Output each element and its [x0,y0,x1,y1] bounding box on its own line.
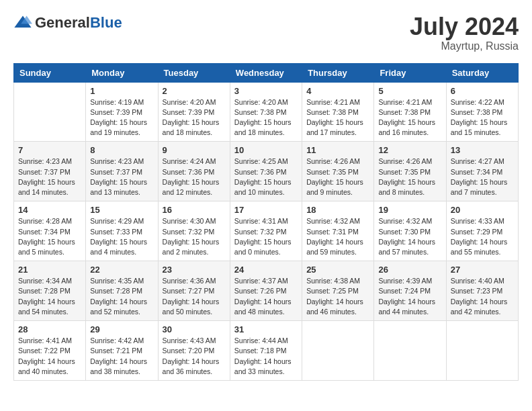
day-info: Sunrise: 4:32 AM Sunset: 7:30 PM Dayligh… [378,216,441,257]
day-number: 30 [163,324,226,334]
calendar-cell: 31Sunrise: 4:44 AM Sunset: 7:18 PM Dayli… [230,321,302,381]
day-info: Sunrise: 4:20 AM Sunset: 7:39 PM Dayligh… [163,97,226,138]
day-info: Sunrise: 4:21 AM Sunset: 7:38 PM Dayligh… [306,97,369,138]
day-number: 13 [451,145,514,155]
calendar-cell: 11Sunrise: 4:26 AM Sunset: 7:35 PM Dayli… [302,142,374,201]
day-number: 5 [378,86,441,96]
calendar-cell: 18Sunrise: 4:32 AM Sunset: 7:31 PM Dayli… [302,201,374,261]
day-number: 8 [90,145,153,155]
day-number: 14 [18,205,81,215]
calendar-cell: 12Sunrise: 4:26 AM Sunset: 7:35 PM Dayli… [374,142,446,201]
day-info: Sunrise: 4:23 AM Sunset: 7:37 PM Dayligh… [18,156,81,197]
calendar-cell: 20Sunrise: 4:33 AM Sunset: 7:29 PM Dayli… [446,201,518,261]
calendar-cell: 30Sunrise: 4:43 AM Sunset: 7:20 PM Dayli… [158,321,230,381]
day-info: Sunrise: 4:33 AM Sunset: 7:29 PM Dayligh… [451,216,514,257]
calendar-cell: 22Sunrise: 4:35 AM Sunset: 7:28 PM Dayli… [86,261,158,321]
day-number: 19 [378,205,441,215]
column-header-sunday: Sunday [14,63,86,82]
day-number: 3 [234,86,298,96]
calendar-header-row: SundayMondayTuesdayWednesdayThursdayFrid… [14,63,519,82]
calendar-week-1: 1Sunrise: 4:19 AM Sunset: 7:39 PM Daylig… [14,82,519,142]
calendar-cell: 10Sunrise: 4:25 AM Sunset: 7:36 PM Dayli… [230,142,302,201]
day-number: 20 [451,205,514,215]
day-info: Sunrise: 4:19 AM Sunset: 7:39 PM Dayligh… [90,97,153,138]
day-number: 21 [18,265,81,275]
calendar-cell: 7Sunrise: 4:23 AM Sunset: 7:37 PM Daylig… [14,142,86,201]
column-header-saturday: Saturday [446,63,518,82]
logo: GeneralBlue [13,13,122,32]
calendar-table: SundayMondayTuesdayWednesdayThursdayFrid… [13,63,519,381]
day-number: 6 [451,86,514,96]
calendar-week-4: 21Sunrise: 4:34 AM Sunset: 7:28 PM Dayli… [14,261,519,321]
calendar-cell: 17Sunrise: 4:31 AM Sunset: 7:32 PM Dayli… [230,201,302,261]
calendar-cell [14,82,86,142]
calendar-cell: 21Sunrise: 4:34 AM Sunset: 7:28 PM Dayli… [14,261,86,321]
calendar-week-2: 7Sunrise: 4:23 AM Sunset: 7:37 PM Daylig… [14,142,519,201]
day-info: Sunrise: 4:23 AM Sunset: 7:37 PM Dayligh… [90,156,153,197]
day-info: Sunrise: 4:34 AM Sunset: 7:28 PM Dayligh… [18,276,81,317]
calendar-cell: 15Sunrise: 4:29 AM Sunset: 7:33 PM Dayli… [86,201,158,261]
column-header-wednesday: Wednesday [230,63,302,82]
day-info: Sunrise: 4:41 AM Sunset: 7:22 PM Dayligh… [18,336,81,377]
calendar-cell [374,321,446,381]
column-header-friday: Friday [374,63,446,82]
calendar-cell: 19Sunrise: 4:32 AM Sunset: 7:30 PM Dayli… [374,201,446,261]
calendar-cell: 23Sunrise: 4:36 AM Sunset: 7:27 PM Dayli… [158,261,230,321]
day-info: Sunrise: 4:36 AM Sunset: 7:27 PM Dayligh… [163,276,226,317]
day-info: Sunrise: 4:20 AM Sunset: 7:38 PM Dayligh… [234,97,298,138]
day-number: 27 [451,265,514,275]
calendar-cell: 25Sunrise: 4:38 AM Sunset: 7:25 PM Dayli… [302,261,374,321]
day-info: Sunrise: 4:29 AM Sunset: 7:33 PM Dayligh… [90,216,153,257]
day-info: Sunrise: 4:37 AM Sunset: 7:26 PM Dayligh… [234,276,298,317]
day-number: 10 [234,145,298,155]
calendar-cell: 27Sunrise: 4:40 AM Sunset: 7:23 PM Dayli… [446,261,518,321]
title-block: July 2024 Mayrtup, Russia [410,13,519,52]
day-info: Sunrise: 4:26 AM Sunset: 7:35 PM Dayligh… [306,156,369,197]
day-number: 9 [163,145,226,155]
calendar-cell: 1Sunrise: 4:19 AM Sunset: 7:39 PM Daylig… [86,82,158,142]
day-info: Sunrise: 4:44 AM Sunset: 7:18 PM Dayligh… [234,336,298,377]
day-info: Sunrise: 4:35 AM Sunset: 7:28 PM Dayligh… [90,276,153,317]
day-info: Sunrise: 4:38 AM Sunset: 7:25 PM Dayligh… [306,276,369,317]
day-info: Sunrise: 4:32 AM Sunset: 7:31 PM Dayligh… [306,216,369,257]
day-info: Sunrise: 4:30 AM Sunset: 7:32 PM Dayligh… [163,216,226,257]
calendar-week-5: 28Sunrise: 4:41 AM Sunset: 7:22 PM Dayli… [14,321,519,381]
calendar-cell: 28Sunrise: 4:41 AM Sunset: 7:22 PM Dayli… [14,321,86,381]
day-number: 16 [163,205,226,215]
day-info: Sunrise: 4:22 AM Sunset: 7:38 PM Dayligh… [451,97,514,138]
day-info: Sunrise: 4:31 AM Sunset: 7:32 PM Dayligh… [234,216,298,257]
calendar-cell: 9Sunrise: 4:24 AM Sunset: 7:36 PM Daylig… [158,142,230,201]
day-info: Sunrise: 4:42 AM Sunset: 7:21 PM Dayligh… [90,336,153,377]
calendar-cell: 8Sunrise: 4:23 AM Sunset: 7:37 PM Daylig… [86,142,158,201]
day-number: 7 [18,145,81,155]
page-header: GeneralBlue July 2024 Mayrtup, Russia [13,13,519,52]
day-number: 11 [306,145,369,155]
day-number: 28 [18,324,81,334]
day-info: Sunrise: 4:39 AM Sunset: 7:24 PM Dayligh… [378,276,441,317]
logo-text-blue: Blue [90,14,122,31]
calendar-cell: 29Sunrise: 4:42 AM Sunset: 7:21 PM Dayli… [86,321,158,381]
day-number: 26 [378,265,441,275]
calendar-cell: 2Sunrise: 4:20 AM Sunset: 7:39 PM Daylig… [158,82,230,142]
calendar-cell [446,321,518,381]
calendar-cell: 5Sunrise: 4:21 AM Sunset: 7:38 PM Daylig… [374,82,446,142]
calendar-cell [302,321,374,381]
day-number: 25 [306,265,369,275]
day-number: 31 [234,324,298,334]
calendar-cell: 24Sunrise: 4:37 AM Sunset: 7:26 PM Dayli… [230,261,302,321]
day-number: 12 [378,145,441,155]
calendar-cell: 13Sunrise: 4:27 AM Sunset: 7:34 PM Dayli… [446,142,518,201]
calendar-cell: 16Sunrise: 4:30 AM Sunset: 7:32 PM Dayli… [158,201,230,261]
day-info: Sunrise: 4:28 AM Sunset: 7:34 PM Dayligh… [18,216,81,257]
calendar-cell: 26Sunrise: 4:39 AM Sunset: 7:24 PM Dayli… [374,261,446,321]
day-number: 15 [90,205,153,215]
calendar-week-3: 14Sunrise: 4:28 AM Sunset: 7:34 PM Dayli… [14,201,519,261]
column-header-monday: Monday [86,63,158,82]
day-number: 1 [90,86,153,96]
calendar-cell: 3Sunrise: 4:20 AM Sunset: 7:38 PM Daylig… [230,82,302,142]
calendar-cell: 4Sunrise: 4:21 AM Sunset: 7:38 PM Daylig… [302,82,374,142]
day-number: 17 [234,205,298,215]
month-year: July 2024 [410,13,519,40]
day-info: Sunrise: 4:25 AM Sunset: 7:36 PM Dayligh… [234,156,298,197]
day-number: 29 [90,324,153,334]
